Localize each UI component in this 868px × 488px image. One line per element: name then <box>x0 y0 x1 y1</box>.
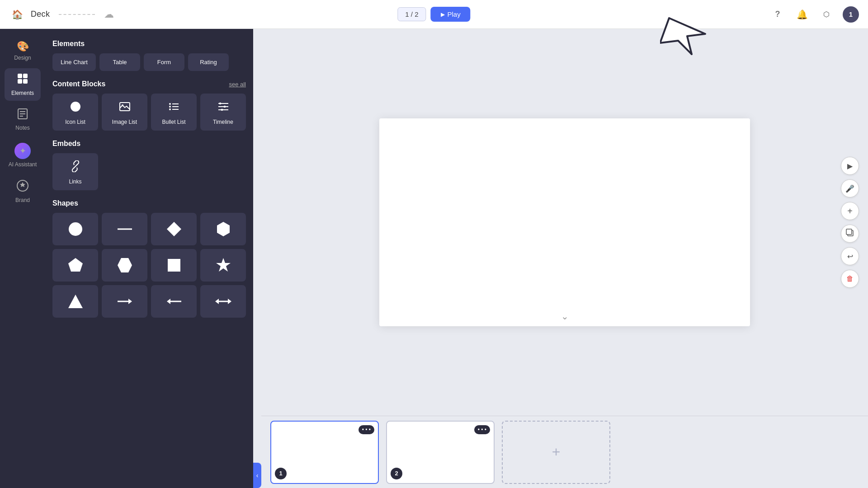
notification-button[interactable]: 🔔 <box>794 6 810 23</box>
embeds-grid: Links <box>52 153 246 190</box>
square-shape-button[interactable] <box>151 249 197 282</box>
brand-icon <box>16 179 29 195</box>
help-button[interactable]: ? <box>769 6 786 23</box>
see-all-link[interactable]: see all <box>229 81 246 88</box>
add-slide-button[interactable]: + <box>502 421 610 484</box>
add-element-button[interactable]: + <box>841 202 859 220</box>
play-toolbar-button[interactable]: ▶ <box>841 157 859 175</box>
right-toolbar: ▶ 🎤 + ↩ <box>841 157 859 288</box>
sidebar-notes-label: Notes <box>15 125 29 131</box>
help-icon: ? <box>775 9 780 19</box>
image-list-button[interactable]: Image List <box>102 94 147 131</box>
pentagon-shape-button[interactable] <box>52 249 98 282</box>
content-blocks-grid: Icon List Image List <box>52 94 246 131</box>
undo-icon: ↩ <box>847 252 853 261</box>
delete-button[interactable]: 🗑 <box>841 270 859 288</box>
content-blocks-header: Content Blocks see all <box>52 80 246 88</box>
slide-1-menu[interactable]: • • • <box>359 425 374 434</box>
svg-rect-43 <box>846 229 852 235</box>
sidebar-item-elements[interactable]: Elements <box>5 68 41 101</box>
shapes-section-title: Shapes <box>52 199 246 207</box>
svg-rect-23 <box>224 106 226 108</box>
sidebar-item-ai[interactable]: ✦ AI Assistant <box>5 138 41 172</box>
svg-rect-2 <box>23 74 28 78</box>
sidebar-elements-label: Elements <box>11 90 34 96</box>
ai-icon: ✦ <box>14 143 31 159</box>
form-button[interactable]: Form <box>144 53 184 71</box>
content-blocks-title: Content Blocks <box>52 80 105 88</box>
slide-counter: 1 / 2 <box>397 7 426 21</box>
mic-button[interactable]: 🎤 <box>841 179 859 197</box>
copy-icon <box>846 229 854 239</box>
elements-icon <box>17 73 28 88</box>
sidebar-icons: 🎨 Design Elements <box>0 29 45 488</box>
svg-marker-30 <box>68 258 83 272</box>
sidebar-item-design[interactable]: 🎨 Design <box>5 36 41 66</box>
line-shape-button[interactable] <box>102 213 147 245</box>
slide-canvas: ⌄ <box>379 118 750 326</box>
avatar[interactable]: 1 <box>843 6 859 23</box>
diamond-shape-button[interactable] <box>151 213 197 245</box>
sidebar-design-label: Design <box>14 55 31 61</box>
svg-point-26 <box>69 222 82 236</box>
svg-line-25 <box>74 164 77 168</box>
main-layout: 🎨 Design Elements <box>0 29 868 488</box>
svg-point-10 <box>71 102 80 112</box>
undo-button[interactable]: ↩ <box>841 247 859 265</box>
hexagon2-shape-button[interactable] <box>102 249 147 282</box>
svg-marker-40 <box>215 299 219 304</box>
slide-2-menu[interactable]: • • • <box>474 425 490 434</box>
svg-point-15 <box>169 106 171 108</box>
sidebar-item-brand[interactable]: Brand <box>5 175 41 208</box>
hexagon-shape-button[interactable] <box>200 213 246 245</box>
svg-rect-1 <box>18 74 22 78</box>
slide-2-number: 2 <box>391 468 402 479</box>
play-button[interactable]: ▶ Play <box>431 7 471 22</box>
image-list-icon <box>119 101 131 115</box>
collapse-panel-button[interactable]: ‹ <box>253 463 261 488</box>
triangle-shape-button[interactable] <box>52 285 98 318</box>
bell-icon: 🔔 <box>797 9 808 20</box>
slide-thumb-1[interactable]: • • • 1 <box>270 421 379 484</box>
svg-marker-41 <box>228 299 231 304</box>
topbar-left: 🏠 Deck ☁ <box>9 6 114 23</box>
sidebar-brand-label: Brand <box>15 197 30 203</box>
arrow-right-shape-button[interactable] <box>102 285 147 318</box>
deck-title: Deck <box>31 9 50 19</box>
circle-shape-button[interactable] <box>52 213 98 245</box>
bullet-list-icon <box>168 101 180 115</box>
delete-icon: 🗑 <box>846 275 854 283</box>
share-icon: ⬡ <box>823 10 830 19</box>
star-shape-button[interactable] <box>200 249 246 282</box>
topbar: 🏠 Deck ☁ 1 / 2 ▶ Play ? 🔔 ⬡ 1 <box>0 0 868 29</box>
table-button[interactable]: Table <box>99 53 140 71</box>
cloud-icon: ☁ <box>104 9 114 20</box>
timeline-button[interactable]: Timeline <box>200 94 246 131</box>
timeline-icon <box>217 101 229 115</box>
shapes-grid <box>52 213 246 318</box>
slide-canvas-container: ⌄ ▶ 🎤 + <box>261 29 868 416</box>
line-chart-button[interactable]: Line Chart <box>52 53 96 71</box>
icon-list-icon <box>70 101 81 115</box>
duplicate-button[interactable] <box>841 225 859 243</box>
rating-button[interactable]: Rating <box>188 53 229 71</box>
topbar-center: 1 / 2 ▶ Play <box>397 7 470 22</box>
bullet-list-button[interactable]: Bullet List <box>151 94 197 131</box>
svg-marker-33 <box>216 258 231 272</box>
svg-marker-38 <box>167 299 170 304</box>
share-button[interactable]: ⬡ <box>818 6 835 23</box>
links-button[interactable]: Links <box>52 153 98 190</box>
arrow-left-shape-button[interactable] <box>151 285 197 318</box>
svg-rect-3 <box>18 79 22 84</box>
canvas-area: ⌄ ▶ 🎤 + <box>261 29 868 488</box>
svg-marker-36 <box>128 299 132 304</box>
slide-thumb-2[interactable]: • • • 2 <box>386 421 495 484</box>
svg-marker-28 <box>167 222 181 236</box>
svg-rect-24 <box>221 109 223 111</box>
notes-icon <box>17 108 28 122</box>
embeds-section-title: Embeds <box>52 140 246 148</box>
home-button[interactable]: 🏠 <box>9 6 25 23</box>
sidebar-item-notes[interactable]: Notes <box>5 103 41 136</box>
icon-list-button[interactable]: Icon List <box>52 94 98 131</box>
arrow-both-shape-button[interactable] <box>200 285 246 318</box>
